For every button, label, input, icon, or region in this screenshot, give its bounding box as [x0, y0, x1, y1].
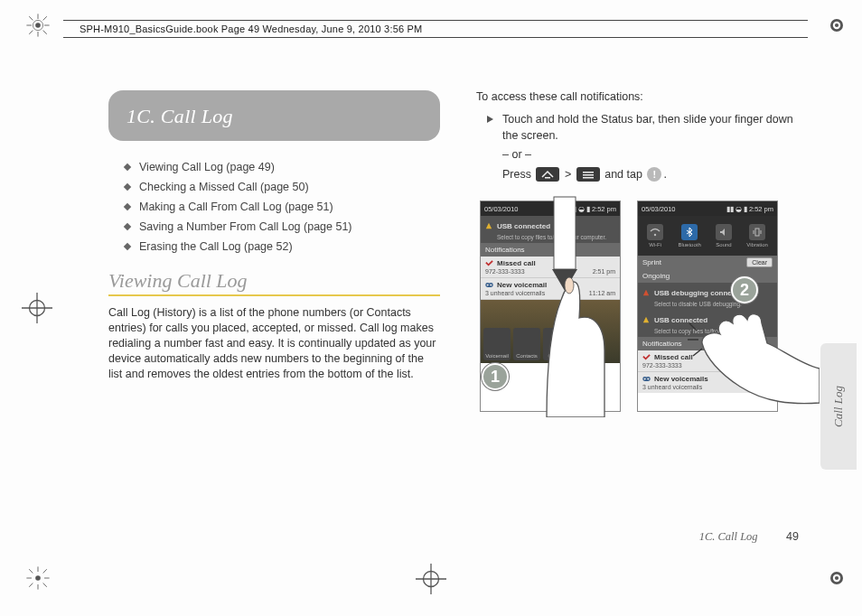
registration-cross-left: [22, 293, 52, 323]
warning-icon: [642, 316, 650, 323]
missed-call-number: 972-333-3333: [642, 362, 682, 369]
toc-item-label: Checking a Missed Call (page 50): [139, 181, 309, 193]
wifi-icon: ◒: [578, 205, 585, 213]
step-badge-1: 1: [482, 363, 509, 390]
svg-line-21: [43, 569, 47, 573]
registration-cross-bottom: [416, 564, 446, 594]
alert-round-icon: !: [647, 167, 661, 182]
toggle-label: Sound: [716, 242, 731, 247]
toggle-item: Vibration: [746, 224, 768, 247]
left-column: 1C. Call Log Viewing Call Log (page 49) …: [108, 90, 440, 562]
carrier-row: Sprint Clear: [638, 256, 777, 269]
dock-item-label: Contacts: [516, 353, 538, 359]
section-body-text: Call Log (History) is a list of the phon…: [108, 305, 440, 381]
footer-section-label: 1C. Call Log: [699, 530, 758, 543]
toc-item: Checking a Missed Call (page 50): [125, 181, 440, 193]
missed-call-time: 2:51 pm: [593, 268, 615, 275]
dock-item: Voicemail: [483, 328, 511, 360]
svg-line-6: [29, 16, 33, 20]
usb-connected-sub: Select to copy files to/from your comput…: [638, 327, 777, 337]
svg-point-13: [35, 575, 41, 581]
notifications-section-header: Notifications: [638, 337, 777, 350]
toc-item-label: Making a Call From Call Log (page 51): [139, 201, 333, 213]
svg-rect-31: [545, 177, 550, 179]
svg-point-0: [35, 23, 41, 28]
registration-mark-bottom-right: [824, 565, 849, 591]
voicemail-time: 11:12 am: [746, 384, 773, 390]
right-column: To access these call notifications: Touc…: [476, 90, 808, 562]
phone-status-bar: 05/03/2010 ▮▮ ◒ ▮ 2:52 pm: [638, 201, 777, 216]
svg-point-24: [835, 576, 839, 580]
status-icons: ▮▮ ◒ ▮ 2:52 pm: [569, 205, 616, 213]
bluetooth-toggle-icon: [681, 224, 698, 240]
warning-icon: [642, 289, 650, 296]
greater-than-label: >: [565, 168, 571, 181]
instruction-step-body: Touch and hold the Status bar, then slid…: [502, 112, 808, 182]
battery-icon: ▮: [744, 205, 747, 213]
wifi-toggle-icon: [647, 224, 663, 240]
toc-item-label: Viewing Call Log (page 49): [139, 161, 275, 173]
notifications-label: Notifications: [642, 340, 682, 348]
toc-item: Making a Call From Call Log (page 51): [125, 201, 440, 213]
diamond-bullet-icon: [124, 223, 131, 230]
dock-item-label: Voicemail: [485, 353, 509, 359]
ongoing-label: Ongoing: [642, 272, 670, 280]
home-dock: Voicemail Contacts Gallery: [481, 300, 620, 363]
phone-screenshot-right: 05/03/2010 ▮▮ ◒ ▮ 2:52 pm Wi-Fi Bluetoot…: [637, 201, 778, 412]
registration-mark-bottom-left: [25, 565, 51, 591]
status-time: 2:52 pm: [592, 205, 616, 213]
dock-item: Gallery: [543, 328, 570, 360]
signal-icon: ▮▮: [726, 205, 734, 213]
toggle-item: Wi-Fi: [647, 224, 663, 247]
phone-status-bar: 05/03/2010 ▮▮ ◒ ▮ 2:52 pm: [481, 201, 620, 216]
period-label: .: [663, 168, 666, 181]
missed-call-label: Missed call: [654, 353, 693, 361]
toc-item-label: Saving a Number From Call Log (page 51): [139, 220, 352, 233]
instruction-or: – or –: [502, 147, 808, 163]
usb-debugging-sub: Select to disable USB debugging.: [638, 300, 777, 310]
press-label: Press: [502, 168, 531, 181]
diamond-bullet-icon: [124, 243, 131, 250]
svg-line-8: [29, 31, 33, 34]
dock-item: Contacts: [513, 328, 540, 360]
vibration-toggle-icon: [749, 224, 765, 240]
missed-call-row: Missed call 972-333-33332:51 pm: [638, 350, 777, 372]
svg-point-12: [835, 23, 839, 27]
clear-button: Clear: [746, 257, 773, 267]
carrier-label: Sprint: [642, 258, 661, 266]
missed-call-icon: [485, 259, 493, 267]
missed-call-icon: [642, 353, 651, 361]
missed-call-label: Missed call: [497, 259, 536, 267]
quick-toggles-row: Wi-Fi Bluetooth Sound Vibration: [638, 216, 777, 256]
toggle-label: Wi-Fi: [649, 242, 661, 247]
missed-call-time: 2:51 pm: [750, 362, 773, 369]
instruction-line-2: Press > and tap !.: [502, 167, 808, 183]
svg-line-20: [29, 583, 33, 587]
instruction-line-1: Touch and hold the Status bar, then slid…: [502, 112, 808, 144]
voicemail-row: New voicemail 3 unheard voicemails11:12 …: [481, 278, 620, 300]
status-date: 05/03/2010: [484, 205, 519, 213]
ongoing-section-header: Ongoing: [638, 269, 777, 283]
triangle-bullet-icon: [487, 116, 493, 123]
status-date: 05/03/2010: [642, 205, 676, 213]
step-badge-1-label: 1: [491, 368, 500, 387]
menu-key-icon: [576, 167, 600, 182]
sound-toggle-icon: [716, 224, 732, 240]
dock-item-label: Gallery: [548, 353, 565, 359]
table-of-contents: Viewing Call Log (page 49) Checking a Mi…: [108, 161, 440, 253]
voicemail-label: New voicemails: [654, 375, 708, 383]
warning-icon: [485, 222, 492, 229]
svg-rect-39: [755, 229, 759, 236]
svg-line-9: [43, 16, 47, 20]
right-column-title: To access these call notifications:: [476, 90, 808, 103]
svg-line-19: [43, 583, 47, 587]
usb-connected-label: USB connected: [654, 316, 707, 324]
svg-line-7: [43, 31, 47, 34]
status-icons: ▮▮ ◒ ▮ 2:52 pm: [726, 205, 773, 213]
toc-item: Saving a Number From Call Log (page 51): [125, 220, 440, 233]
registration-mark-top-left: [25, 13, 51, 38]
voicemail-row: New voicemails 3 unheard voicemails11:12…: [638, 372, 777, 393]
missed-call-number: 972-333-3333: [485, 268, 525, 275]
toggle-item: Bluetooth: [678, 224, 700, 247]
screenshots-illustration: 05/03/2010 ▮▮ ◒ ▮ 2:52 pm USB connected …: [476, 195, 801, 421]
